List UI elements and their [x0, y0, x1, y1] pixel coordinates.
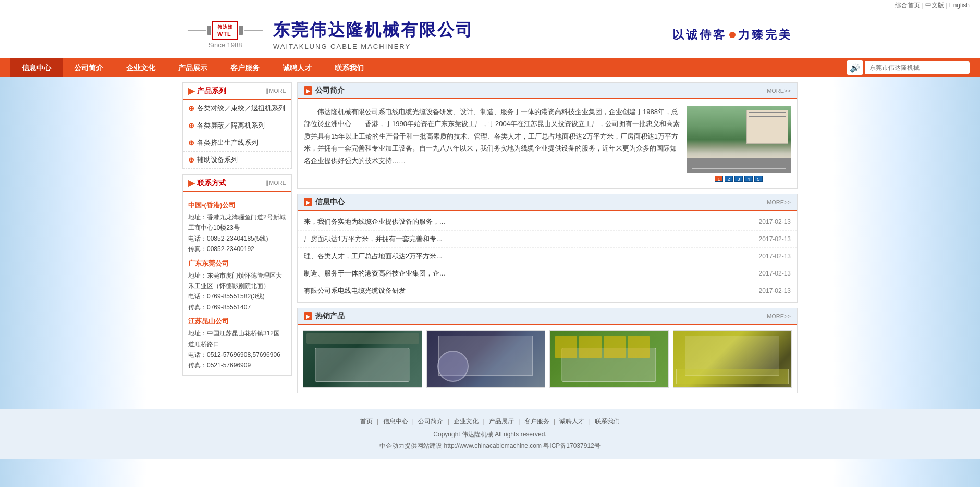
- sidebar-item-text-4: 辅助设备系列: [197, 155, 238, 165]
- company-hk-fax: 传真：00852-23400192: [188, 244, 286, 254]
- speaker-button[interactable]: 🔊: [847, 60, 863, 75]
- nav-item-service[interactable]: 客户服务: [219, 58, 271, 77]
- img-dot-4[interactable]: 4: [744, 176, 753, 182]
- footer-sep-7: |: [589, 418, 592, 425]
- nav-item-news[interactable]: 信息中心: [10, 58, 63, 77]
- product-img-2: [549, 330, 669, 388]
- machine-base-3: [676, 369, 789, 384]
- machine-shape-0: [315, 348, 410, 382]
- company-dg-fax: 传真：0769-85551407: [188, 302, 286, 313]
- news-item-1[interactable]: 厂房面积达1万平方米，并拥有一套完善和专... 2017-02-13: [298, 231, 797, 248]
- nav-search-area: 🔊: [847, 60, 970, 75]
- nav-item-culture[interactable]: 企业文化: [115, 58, 167, 77]
- image-dots: 1 2 3 4 5: [687, 176, 791, 182]
- products-icon: ▶: [188, 86, 194, 96]
- product-card-1[interactable]: [426, 330, 546, 388]
- sidebar-item-text-1: 各类对绞／束绞／退扭机系列: [197, 104, 285, 113]
- news-item-4[interactable]: 有限公司系电线电缆光缆设备研发 2017-02-13: [298, 282, 797, 299]
- sidebar-products-section: ▶ 产品系列 ∥MORE ⊕ 各类对绞／束绞／退扭机系列 ⊕ 各类屏蔽／隔离机系…: [182, 82, 292, 169]
- news-more[interactable]: MORE>>: [767, 199, 791, 205]
- nav-item-recruit[interactable]: 诚聘人才: [271, 58, 323, 77]
- news-title-3: 制造、服务于一体的港资高科技企业集团，企...: [304, 269, 749, 278]
- footer-nav-recruit[interactable]: 诚聘人才: [559, 418, 584, 425]
- footer-nav-service[interactable]: 客户服务: [524, 418, 549, 425]
- road-line: [692, 168, 786, 169]
- img-dot-1[interactable]: 1: [715, 176, 723, 182]
- footer-nav-about[interactable]: 公司简介: [418, 418, 443, 425]
- company-dg-tel: 电话：0769-85551582(3线): [188, 291, 286, 302]
- product-card-2[interactable]: [549, 330, 669, 388]
- products-more-link[interactable]: ∥MORE: [266, 88, 286, 94]
- nav-item-contact[interactable]: 联系我们: [323, 58, 375, 77]
- logo-brand-cn: 伟达隆: [217, 24, 233, 31]
- factory-building: [746, 110, 788, 144]
- footer-nav-contact[interactable]: 联系我们: [595, 418, 620, 425]
- hot-products-icon: ▶: [304, 312, 312, 320]
- right-content: ▶ 公司简介 MORE>> 伟达隆机械有限公司系电线电缆光缆设备研发、设计、制造…: [297, 82, 798, 398]
- spindles-container: [555, 336, 650, 358]
- img-dot-2[interactable]: 2: [725, 176, 733, 182]
- sidebar-item-text-3: 各类挤出生产线系列: [197, 138, 258, 147]
- nav-item-about[interactable]: 公司简介: [63, 58, 115, 77]
- product-card-3[interactable]: [673, 330, 792, 388]
- company-intro-header: ▶ 公司简介 MORE>>: [298, 83, 797, 99]
- connector-right-plug: [239, 26, 243, 35]
- search-input[interactable]: [865, 61, 970, 74]
- spindle-2: [579, 336, 601, 358]
- news-title-text: 信息中心: [315, 197, 345, 207]
- footer-nav: 首页 | 信息中心 | 公司简介 | 企业文化 | 产品展厅 | 客户服务 | …: [8, 417, 972, 426]
- company-dg-address: 地址：东莞市虎门镇怀德管理区大禾工业区（怀德影剧院北面）: [188, 270, 286, 292]
- item-plus-4: ⊕: [188, 156, 194, 164]
- company-intro-image: 1 2 3 4 5: [687, 106, 791, 182]
- footer-nav-news[interactable]: 信息中心: [383, 418, 408, 425]
- item-plus-3: ⊕: [188, 139, 194, 147]
- news-item-3[interactable]: 制造、服务于一体的港资高科技企业集团，企... 2017-02-13: [298, 265, 797, 282]
- sidebar-item-2[interactable]: ⊕ 各类屏蔽／隔离机系列: [183, 117, 291, 134]
- img-dot-5[interactable]: 5: [754, 176, 763, 182]
- news-date-0: 2017-02-13: [759, 218, 791, 226]
- hot-products-more[interactable]: MORE>>: [767, 313, 791, 319]
- product-card-0[interactable]: [303, 330, 422, 388]
- contact-more-link[interactable]: ∥MORE: [266, 180, 286, 186]
- footer-copyright-text: Copyright 伟达隆机械 All rights reserved.: [8, 429, 972, 441]
- sidebar-item-4[interactable]: ⊕ 辅助设备系列: [183, 152, 291, 169]
- sidebar-products-title: ▶ 产品系列: [188, 86, 226, 96]
- news-title: ▶ 信息中心: [304, 197, 345, 207]
- products-title-text: 产品系列: [197, 86, 226, 96]
- news-item-0[interactable]: 来，我们务实地为线缆企业提供设备的服务，... 2017-02-13: [298, 214, 797, 231]
- sidebar-item-1[interactable]: ⊕ 各类对绞／束绞／退扭机系列: [183, 100, 291, 117]
- company-dg-name: 广东东莞公司: [188, 259, 286, 268]
- road: [687, 158, 791, 173]
- sidebar-item-3[interactable]: ⊕ 各类挤出生产线系列: [183, 134, 291, 152]
- news-title-4: 有限公司系电线电缆光缆设备研发: [304, 286, 749, 295]
- product-img-1: [426, 330, 546, 388]
- company-intro-body: 伟达隆机械有限公司系电线电缆光缆设备研发、设计、制造、服务于一体的港资高科技企业…: [298, 99, 797, 188]
- header: 伟达隆 WTL Since 1988 东莞伟达隆机械有限公司 WAITAKLUN…: [177, 11, 803, 58]
- sidebar-contact-header: ▶ 联系方式 ∥MORE: [183, 175, 291, 192]
- building-detail-1: [749, 112, 786, 113]
- hot-products-title-text: 热销产品: [315, 311, 345, 321]
- logo-brand-box: 伟达隆 WTL: [212, 21, 238, 40]
- building-detail-2: [749, 116, 786, 117]
- company-name-en: WAITAKLUNG CABLE MACHINERY: [273, 43, 474, 51]
- img-dot-3[interactable]: 3: [734, 176, 743, 182]
- topbar-link-home[interactable]: 综合首页: [895, 2, 920, 9]
- topbar-link-en[interactable]: English: [949, 2, 970, 9]
- contact-icon: ▶: [188, 178, 194, 188]
- topbar-link-cn[interactable]: 中文版: [925, 2, 944, 9]
- footer-nav-culture[interactable]: 企业文化: [454, 418, 479, 425]
- news-item-2[interactable]: 理、各类人才，工厂总占地面积达2万平方米... 2017-02-13: [298, 248, 797, 265]
- item-plus-2: ⊕: [188, 121, 194, 130]
- company-hk-tel: 电话：00852-23404185(5线): [188, 233, 286, 244]
- logo-since: Since 1988: [208, 41, 242, 49]
- sidebar-contact-section: ▶ 联系方式 ∥MORE 中国•(香港)公司 地址：香港九龙湾骊鱼门道2号新城工…: [182, 174, 292, 376]
- nav-item-products[interactable]: 产品展示: [167, 58, 219, 77]
- footer-nav-home[interactable]: 首页: [360, 418, 373, 425]
- company-img-box: [687, 106, 791, 173]
- product-img-3: [673, 330, 792, 388]
- news-date-4: 2017-02-13: [759, 287, 791, 294]
- footer-nav-products[interactable]: 产品展厅: [489, 418, 514, 425]
- company-intro-more[interactable]: MORE>>: [767, 88, 791, 94]
- hot-products-title: ▶ 热销产品: [304, 311, 345, 321]
- connector-left-line: [188, 30, 206, 31]
